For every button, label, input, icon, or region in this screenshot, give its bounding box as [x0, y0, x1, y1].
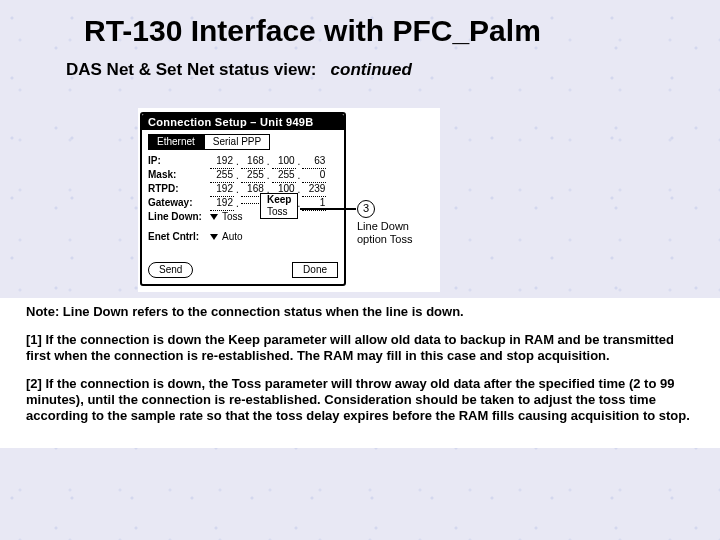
tab-ethernet[interactable]: Ethernet [148, 134, 204, 150]
note-intro: Note: Line Down refers to the connection… [26, 304, 698, 320]
label-linedown: Line Down: [148, 210, 210, 224]
rtpd-octet-4[interactable]: 239 [302, 182, 326, 197]
slide: RT-130 Interface with PFC_Palm DAS Net &… [0, 0, 720, 540]
row-mask: Mask: 255. 255. 255. 0 [148, 168, 338, 182]
gateway-octet-1[interactable]: 192 [210, 196, 234, 211]
callout-text-line1: Line Down [357, 220, 412, 233]
connection-setup-dialog: Connection Setup – Unit 949B Ethernet Se… [140, 112, 346, 286]
send-button[interactable]: Send [148, 262, 193, 278]
mask-octet-2[interactable]: 255 [241, 168, 265, 183]
linedown-option-keep[interactable]: Keep [261, 194, 297, 206]
mask-octet-1[interactable]: 255 [210, 168, 234, 183]
note-1: [1] If the connection is down the Keep p… [26, 332, 698, 364]
tab-serial-ppp[interactable]: Serial PPP [204, 134, 270, 150]
chevron-down-icon[interactable] [210, 234, 218, 240]
page-title: RT-130 Interface with PFC_Palm [0, 0, 720, 48]
label-rtpd: RTPD: [148, 182, 210, 196]
enetcntrl-selected[interactable]: Auto [222, 230, 243, 244]
ip-octet-2[interactable]: 168 [241, 154, 265, 169]
dialog-button-row: Send Done [148, 262, 338, 278]
ip-octet-3[interactable]: 100 [272, 154, 296, 169]
dialog-titlebar: Connection Setup – Unit 949B [142, 114, 344, 130]
fields-group: IP: 192. 168. 100. 63 Mask: 255. 255. 25… [148, 154, 338, 244]
callout-number-circle: 3 [357, 200, 375, 218]
row-enetcntrl: Enet Cntrl: Auto [148, 230, 338, 244]
done-button[interactable]: Done [292, 262, 338, 278]
linedown-selected[interactable]: Toss [222, 210, 243, 224]
mask-octet-3[interactable]: 255 [272, 168, 296, 183]
subtitle-main: DAS Net & Set Net status view: [66, 60, 316, 79]
label-gateway: Gateway: [148, 196, 210, 210]
label-enetcntrl: Enet Cntrl: [148, 230, 210, 244]
rtpd-octet-1[interactable]: 192 [210, 182, 234, 197]
value-mask: 255. 255. 255. 0 [210, 168, 326, 183]
ip-octet-4[interactable]: 63 [302, 154, 326, 169]
value-linedown: Toss [210, 210, 243, 224]
chevron-down-icon[interactable] [210, 214, 218, 220]
connection-type-tabs: Ethernet Serial PPP [148, 134, 338, 150]
value-enetcntrl: Auto [210, 230, 243, 244]
page-subtitle: DAS Net & Set Net status view: continued [0, 48, 720, 80]
row-rtpd: RTPD: 192. 168. 100. 239 [148, 182, 338, 196]
linedown-dropdown[interactable]: Keep Toss [260, 193, 298, 219]
label-ip: IP: [148, 154, 210, 168]
callout-text-line2: option Toss [357, 233, 412, 246]
subtitle-continued: continued [331, 60, 412, 79]
row-linedown: Line Down: Toss [148, 210, 338, 224]
ip-octet-1[interactable]: 192 [210, 154, 234, 169]
callout-leader-line [300, 208, 356, 210]
label-mask: Mask: [148, 168, 210, 182]
mask-octet-4[interactable]: 0 [302, 168, 326, 183]
value-ip: 192. 168. 100. 63 [210, 154, 326, 169]
dot-icon: . [236, 197, 239, 211]
notes-block: Note: Line Down refers to the connection… [0, 298, 720, 448]
dialog-body: Ethernet Serial PPP IP: 192. 168. 100. 6… [142, 130, 344, 284]
callout-3: 3 Line Down option Toss [357, 200, 412, 246]
linedown-option-toss[interactable]: Toss [261, 206, 297, 218]
note-2: [2] If the connection is down, the Toss … [26, 376, 698, 424]
row-ip: IP: 192. 168. 100. 63 [148, 154, 338, 168]
